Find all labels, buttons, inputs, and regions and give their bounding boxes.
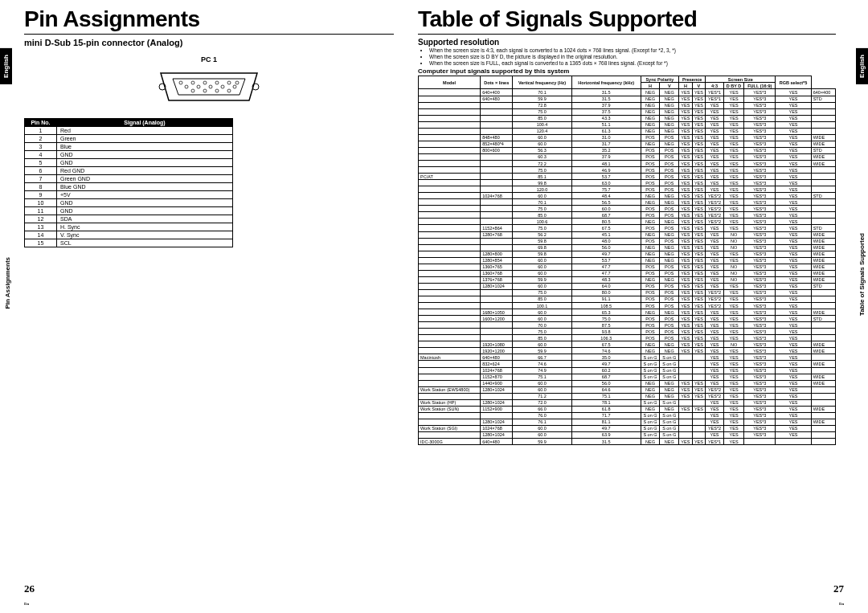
- svg-point-7: [185, 85, 188, 88]
- svg-point-11: [233, 85, 236, 88]
- svg-point-3: [191, 81, 194, 84]
- svg-point-10: [221, 85, 224, 88]
- table-row: 75.060.0POSPOSYESYESYES*2YESYES*3YES: [419, 206, 836, 212]
- table-row: 848×48060.031.0POSPOSYESYESYESYESYES*3YE…: [419, 134, 836, 141]
- lang-tab-left: English: [0, 48, 12, 84]
- table-row: 85.068.7POSPOSYESYESYES*2YESYES*3YES: [419, 212, 836, 219]
- th-dots: Dots × lines: [481, 76, 513, 89]
- table-row: 1280×102476.181.1S on GS on GYESYESYES*3…: [419, 419, 836, 425]
- th-full: FULL (16:9): [744, 83, 776, 89]
- table-row: 100.1108.5POSPOSYESYESYES*2YESYES*3YES: [419, 303, 836, 309]
- th-pres: Presence: [679, 76, 706, 83]
- signals-table: Model Dots × lines Vertical frequency (H…: [418, 76, 836, 445]
- table-row: 72.837.9NEGNEGYESYESYESYESYES*3YES: [419, 102, 836, 108]
- table-row: 70.087.5POSPOSYESYESYESYESYES*3YES: [419, 322, 836, 329]
- table-row: 14V. Sync: [25, 231, 233, 239]
- table-row: 75.080.0POSPOSYESYESYES*2YESYES*3YES: [419, 289, 836, 296]
- svg-point-14: [215, 89, 219, 92]
- table-row: 1360×76860.047.7POSPOSYESYESYESNOYES*3YE…: [419, 270, 836, 276]
- page-title-right: Table of Signals Supported: [418, 6, 836, 32]
- table-row: PC/AT85.153.7POSPOSYESYESYESYESYES*3YES: [419, 174, 836, 180]
- table-row: 15SCL: [25, 239, 233, 247]
- pin-header-num: Pin No.: [25, 119, 57, 127]
- table-row: 1680×105060.065.3NEGNEGYESYESYESYESYES*3…: [419, 309, 836, 316]
- table-row: 72.248.1POSPOSYESYESYESYESYES*3YESWIDE: [419, 161, 836, 167]
- table-row: 120.075.7POSPOSYESYESYESYESYES*3YES: [419, 186, 836, 193]
- table-row: 120.461.3NEGNEGYESYESYESYESYES*3YES: [419, 128, 836, 134]
- table-row: Work Station (SGI)1024×76860.049.7S on G…: [419, 425, 836, 431]
- table-row: 99.863.0POSPOSYESYESYESYESYES*3YES: [419, 180, 836, 186]
- table-row: 10GND: [25, 199, 233, 207]
- table-row: 5GND: [25, 159, 233, 167]
- table-row: 1280×102460.064.0POSPOSYESYESYESYESYES*3…: [419, 283, 836, 289]
- table-row: 6Red GND: [25, 167, 233, 175]
- table-row: Macintosh640×48066.735.0S on GS on GYESY…: [419, 354, 836, 361]
- table-row: 12SDA: [25, 215, 233, 223]
- svg-point-9: [209, 85, 212, 88]
- pin-header-sig: Signal (Analog): [57, 119, 233, 127]
- table-row: 8Blue GND: [25, 183, 233, 191]
- table-row: 85.043.3NEGNEGYESYESYESYESYES*3YES: [419, 115, 836, 121]
- svg-point-13: [203, 89, 207, 92]
- table-row: 85.091.1POSPOSYESYESYES*2YESYES*3YES: [419, 296, 836, 302]
- svg-point-6: [227, 81, 231, 84]
- svg-point-5: [215, 81, 219, 84]
- table-row: 1600×120060.075.0POSPOSYESYESYESYESYES*3…: [419, 316, 836, 322]
- table-row: 800×60056.335.2POSPOSYESYESYESYESYES*3YE…: [419, 147, 836, 153]
- table-row: 75.093.8POSPOSYESYESYESYESYES*3YES: [419, 329, 836, 335]
- table-row: Work Station (HP)1280×102472.078.1S on G…: [419, 399, 836, 406]
- table-row: 11GND: [25, 207, 233, 215]
- table-row: 59.848.0POSPOSYESYESYESNOYES*3YESWIDE: [419, 238, 836, 244]
- svg-point-8: [197, 85, 200, 88]
- table-row: 75.046.9POSPOSYESYESYESYESYES*3YES: [419, 167, 836, 174]
- note-item: When the screen size is FULL, each signa…: [429, 60, 836, 67]
- table-row: Work Station (EWS4800)1280×102460.064.6N…: [419, 386, 836, 393]
- table-row: 1360×76560.047.7POSPOSYESYESYESNOYES*3YE…: [419, 264, 836, 270]
- svg-point-2: [179, 81, 182, 84]
- table-row: 70.156.5NEGNEGYESYESYES*2YESYES*3YES: [419, 199, 836, 206]
- table-row: 100.680.5NEGNEGYESYESYES*2YESYES*3YES: [419, 219, 836, 225]
- table-row: 1024×76874.960.2S on GS on GYESYESYES*3Y…: [419, 367, 836, 374]
- section-label-left: Pin Assignments: [4, 257, 11, 309]
- table-row: 13H. Sync: [25, 223, 233, 231]
- table-row: 1280×80059.849.7NEGNEGYESYESYESYESYES*3Y…: [419, 251, 836, 257]
- table-row: 3Blue: [25, 143, 233, 151]
- table-row: 1152×86475.067.5POSPOSYESYESYESYESYES*3Y…: [419, 225, 836, 231]
- note-item: When the screen size is 4:3, each signal…: [429, 47, 836, 54]
- notes-list: When the screen size is 4:3, each signal…: [418, 47, 836, 66]
- table-row: 71.275.1NEGNEGYESYESYES*2YESYES*3YES: [419, 393, 836, 399]
- table-row: 76.071.7S on GS on GYESYESYES*3YES: [419, 412, 836, 419]
- table-row: Work Station (SUN)1152×90066.061.8NEGNEG…: [419, 406, 836, 412]
- table-row: 1920×108060.067.5NEGNEGYESYESYESNOYES*3Y…: [419, 341, 836, 348]
- th-vf: Vertical frequency (Hz): [513, 76, 572, 89]
- th-sync: Sync Polarity: [641, 76, 679, 83]
- page-number-left: 26En: [24, 582, 35, 608]
- table-row: 75.037.5NEGNEGYESYESYESYESYES*3YES: [419, 108, 836, 115]
- th-43: 4:3: [706, 83, 724, 89]
- pin-table: Pin No. Signal (Analog) 1Red2Green3Blue4…: [24, 118, 233, 247]
- th-model: Model: [419, 76, 481, 89]
- table-row: 1440×90060.056.0NEGNEGYESYESYESYESYES*3Y…: [419, 380, 836, 386]
- table-row: 640×40070.131.5NEGNEGYESYESYES*1YESYES*3…: [419, 89, 836, 96]
- subtitle-left: mini D-Sub 15-pin connector (Analog): [24, 38, 394, 47]
- table-row: 1024×76860.048.4NEGNEGYESYESYES*2YESYES*…: [419, 193, 836, 199]
- th-ss: Screen Size: [706, 76, 776, 83]
- table-row: 1376×76859.948.3NEGNEGYESYESYESNOYES*3YE…: [419, 276, 836, 283]
- table-row: 4GND: [25, 151, 233, 159]
- table-row: 1280×102460.063.9S on GS on GYESYESYES*3…: [419, 431, 836, 438]
- table-row: 1280×76856.245.1NEGNEGYESYESYESNOYES*3YE…: [419, 231, 836, 238]
- th-dbyd: D BY D: [723, 83, 743, 89]
- table-row: 2Green: [25, 135, 233, 143]
- table-row: 1152×87075.168.7S on GS on GYESYESYES*3Y…: [419, 374, 836, 380]
- svg-point-15: [227, 89, 231, 92]
- table-row: 1920×120059.974.6NEGNEGYESYESYESYESYES*3…: [419, 348, 836, 354]
- page-title-left: Pin Assignments: [24, 6, 394, 32]
- table-row: 1Red: [25, 127, 233, 135]
- table-row: 640×48059.931.5NEGNEGYESYESYES*1YESYES*3…: [419, 96, 836, 102]
- th-hp: H: [679, 83, 693, 89]
- section-label-right: Table of Signals Supported: [858, 233, 866, 316]
- table-row: 7Green GND: [25, 175, 233, 183]
- lang-tab-right: English: [856, 48, 868, 84]
- th-rgb: RGB select*5: [776, 76, 811, 89]
- notes-heading: Computer input signals supported by this…: [418, 67, 836, 75]
